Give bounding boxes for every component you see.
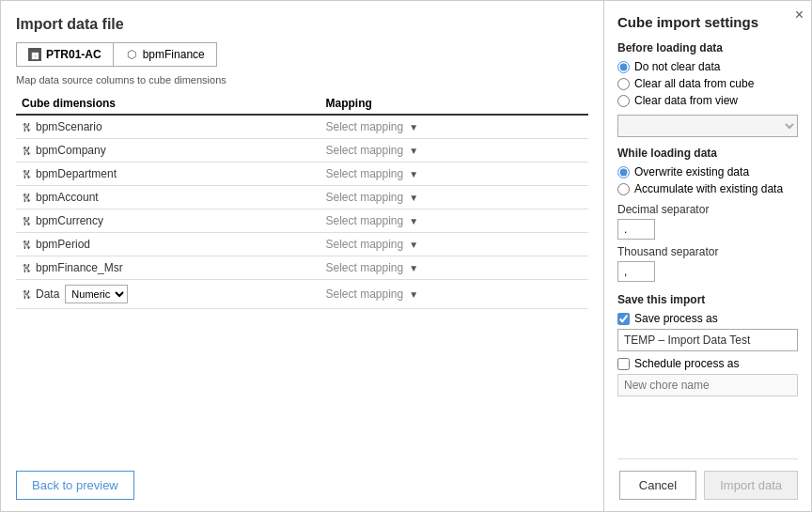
right-panel: × Cube import settings Before loading da… [604,1,811,511]
mapping-text: Select mapping [326,214,404,227]
mapping-cell: Select mapping▼ [320,139,589,163]
dimension-name-cell: ⛕bpmScenario [16,115,320,139]
dimension-name-cell: ⛕bpmPeriod [16,233,320,256]
radio-accumulate-input[interactable] [617,183,630,195]
mapping-selector[interactable]: Select mapping▼ [326,238,584,251]
table-row: ⛕bpmScenarioSelect mapping▼ [16,115,588,139]
hierarchy-icon: ⛕ [22,288,32,300]
mapping-selector[interactable]: Select mapping▼ [326,191,584,204]
tab1-label: PTR01-AC [46,48,102,61]
radio-clear-all-input[interactable] [617,78,630,90]
mapping-text: Select mapping [326,238,404,251]
left-footer: Back to preview [16,459,588,511]
save-process-checkbox[interactable] [617,313,630,325]
hierarchy-icon: ⛕ [22,215,32,226]
table-row: ⛕bpmCompanySelect mapping▼ [16,139,588,163]
right-footer: Cancel Import data [617,458,798,511]
mapping-selector[interactable]: Select mapping▼ [326,214,584,227]
mapping-text: Select mapping [326,287,404,301]
mapping-selector[interactable]: Select mapping▼ [326,167,584,180]
radio-do-not-clear-label: Do not clear data [634,60,720,73]
save-process-label: Save process as [634,312,718,325]
tab-ptr01ac[interactable]: ▦ PTR01-AC [16,42,113,67]
mapping-cell: Select mapping▼ [320,163,589,186]
settings-title: Cube import settings [617,14,798,30]
mapping-selector[interactable]: Select mapping▼ [326,287,584,301]
tab-bpmfinance[interactable]: ⬡ bpmFinance [113,42,217,67]
col-header-mapping: Mapping [320,93,589,115]
mapping-text: Select mapping [326,261,404,274]
hierarchy-icon: ⛕ [22,262,32,273]
while-loading-radio-group: Overwrite existing data Accumulate with … [617,165,798,195]
before-section-label: Before loading data [617,41,798,54]
table-row: ⛕bpmCurrencySelect mapping▼ [16,209,588,233]
schedule-process-checkbox-label[interactable]: Schedule process as [617,357,798,370]
table-row: ⛕bpmPeriodSelect mapping▼ [16,233,588,256]
radio-overwrite[interactable]: Overwrite existing data [617,165,798,178]
page-title: Import data file [16,16,588,33]
while-section-label: While loading data [617,147,798,160]
cancel-button[interactable]: Cancel [619,471,696,500]
dropdown-arrow-icon: ▼ [409,122,418,132]
radio-do-not-clear-input[interactable] [617,61,630,73]
back-to-preview-button[interactable]: Back to preview [16,471,134,500]
mapping-cell: Select mapping▼ [320,209,589,233]
dropdown-arrow-icon: ▼ [409,146,418,156]
col-header-dimensions: Cube dimensions [16,93,320,115]
thousand-input[interactable] [617,261,655,282]
type-select[interactable]: NumericTextDate [65,285,128,303]
save-section-label: Save this import [617,293,798,306]
mapping-selector[interactable]: Select mapping▼ [326,120,584,133]
hierarchy-icon: ⛕ [22,168,32,179]
decimal-input[interactable] [617,219,655,240]
radio-do-not-clear[interactable]: Do not clear data [617,60,798,73]
radio-clear-all-label: Clear all data from cube [634,77,754,90]
before-loading-radio-group: Do not clear data Clear all data from cu… [617,60,798,107]
dimension-name-cell: ⛕bpmCurrency [16,209,320,233]
dimension-name-cell: ⛕bpmAccount [16,186,320,209]
view-select[interactable] [617,115,798,137]
radio-accumulate[interactable]: Accumulate with existing data [617,182,798,195]
hierarchy-icon: ⛕ [22,239,32,250]
mapping-text: Select mapping [326,167,404,180]
radio-clear-view[interactable]: Clear data from view [617,94,798,107]
schedule-process-checkbox[interactable] [617,358,630,370]
save-process-input[interactable] [617,329,798,351]
hierarchy-icon: ⛕ [22,121,32,132]
mapping-text: Select mapping [326,120,404,133]
table-row: ⛕bpmAccountSelect mapping▼ [16,186,588,209]
import-data-button[interactable]: Import data [704,471,798,500]
close-button[interactable]: × [795,7,804,23]
save-process-checkbox-label[interactable]: Save process as [617,312,798,325]
table-icon: ▦ [28,48,41,61]
dimension-name-cell: ⛕bpmDepartment [16,163,320,186]
dimension-name-cell: ⛕DataNumericTextDate [16,280,320,309]
mapping-cell: Select mapping▼ [320,280,589,309]
cube-icon: ⬡ [125,48,138,61]
radio-overwrite-label: Overwrite existing data [634,165,749,178]
radio-clear-view-label: Clear data from view [634,94,738,107]
hierarchy-icon: ⛕ [22,192,32,203]
radio-overwrite-input[interactable] [617,166,630,178]
mapping-cell: Select mapping▼ [320,186,589,209]
decimal-label: Decimal separator [617,203,798,216]
mapping-selector[interactable]: Select mapping▼ [326,261,584,274]
table-row: ⛕DataNumericTextDateSelect mapping▼ [16,280,588,309]
save-section: Save this import Save process as Schedul… [617,293,798,396]
dimension-name-cell: ⛕bpmFinance_Msr [16,256,320,280]
mapping-cell: Select mapping▼ [320,233,589,256]
tab2-label: bpmFinance [143,48,205,61]
dropdown-arrow-icon: ▼ [409,169,418,179]
radio-clear-view-input[interactable] [617,95,630,107]
schedule-process-input[interactable] [617,374,798,396]
table-row: ⛕bpmFinance_MsrSelect mapping▼ [16,256,588,280]
mapping-selector[interactable]: Select mapping▼ [326,144,584,157]
dimension-name-cell: ⛕bpmCompany [16,139,320,163]
mapping-text: Select mapping [326,191,404,204]
tabs-row: ▦ PTR01-AC ⬡ bpmFinance [16,42,588,67]
mapping-cell: Select mapping▼ [320,115,589,139]
data-row-type: ⛕DataNumericTextDate [22,285,315,303]
left-panel: Import data file ▦ PTR01-AC ⬡ bpmFinance… [1,1,604,511]
dimensions-table: Cube dimensions Mapping ⛕bpmScenarioSele… [16,93,588,309]
radio-clear-all[interactable]: Clear all data from cube [617,77,798,90]
